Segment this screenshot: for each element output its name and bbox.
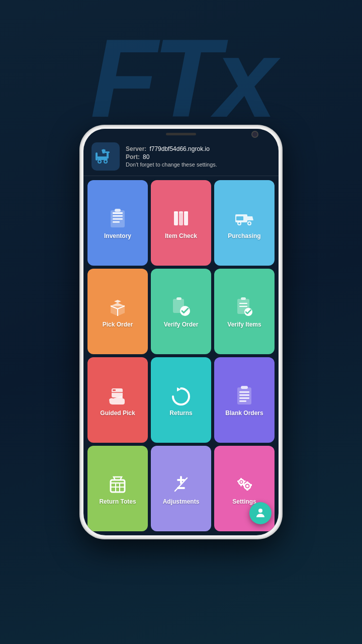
header-warning: Don't forget to change these settings. xyxy=(126,162,217,168)
svg-point-51 xyxy=(240,481,242,483)
svg-rect-30 xyxy=(176,297,182,300)
svg-rect-13 xyxy=(113,218,123,220)
server-value: f779dbf54d66.ngrok.io xyxy=(149,145,209,152)
tile-verify-items-label: Verify Items xyxy=(227,321,261,328)
svg-point-25 xyxy=(238,222,240,224)
svg-rect-41 xyxy=(239,391,249,393)
tile-adjustments[interactable]: Adjustments xyxy=(151,446,211,531)
svg-point-27 xyxy=(248,222,250,224)
clipboard-list-icon xyxy=(107,207,129,229)
tile-item-check-label: Item Check xyxy=(165,232,197,239)
tile-blank-orders-label: Blank Orders xyxy=(225,410,263,417)
tile-settings-label: Settings xyxy=(232,498,256,505)
box-outline-icon xyxy=(107,473,129,495)
svg-rect-61 xyxy=(244,480,246,482)
phone-top-bar xyxy=(83,129,279,137)
gears-icon xyxy=(233,473,255,495)
app-logo xyxy=(92,142,120,171)
svg-rect-42 xyxy=(239,394,249,396)
tile-verify-order[interactable]: Verify Order xyxy=(151,269,211,354)
svg-rect-44 xyxy=(239,400,246,402)
user-profile-fab[interactable] xyxy=(249,502,272,524)
svg-point-6 xyxy=(99,160,101,163)
svg-rect-17 xyxy=(174,211,178,225)
header-area: Server: f779dbf54d66.ngrok.io Port: 80 D… xyxy=(83,137,279,176)
books-icon xyxy=(170,207,192,229)
tile-verify-order-label: Verify Order xyxy=(164,321,199,328)
phone-screen: Server: f779dbf54d66.ngrok.io Port: 80 D… xyxy=(83,129,279,535)
port-row: Port: 80 xyxy=(126,153,217,160)
hand-box-icon xyxy=(107,384,129,407)
svg-rect-58 xyxy=(240,478,242,479)
port-value: 80 xyxy=(143,153,149,160)
port-label: Port: xyxy=(126,153,140,160)
svg-rect-34 xyxy=(239,303,247,304)
tile-returns[interactable]: Returns xyxy=(151,357,211,443)
tile-inventory[interactable]: Inventory xyxy=(87,180,148,266)
tile-purchasing[interactable]: Purchasing xyxy=(214,180,275,266)
truck-icon xyxy=(233,207,255,229)
svg-rect-45 xyxy=(111,480,125,492)
svg-rect-38 xyxy=(113,389,116,391)
svg-rect-33 xyxy=(241,297,246,300)
svg-rect-55 xyxy=(246,489,248,491)
box-open-icon xyxy=(107,296,129,318)
tile-pick-order-label: Pick Order xyxy=(103,321,133,328)
clipboard-check-circle-icon xyxy=(170,296,192,318)
phone-camera xyxy=(251,131,258,138)
tile-guided-pick[interactable]: Guided Pick xyxy=(87,357,148,443)
svg-point-7 xyxy=(105,160,107,163)
svg-rect-39 xyxy=(237,387,251,405)
svg-rect-9 xyxy=(105,151,110,153)
svg-rect-22 xyxy=(184,211,188,213)
background-logo: FTx xyxy=(90,15,272,142)
svg-rect-2 xyxy=(96,152,98,160)
tile-return-totes[interactable]: Return Totes xyxy=(87,446,148,531)
tile-return-totes-label: Return Totes xyxy=(99,498,136,505)
svg-rect-11 xyxy=(115,209,121,212)
server-label: Server: xyxy=(126,145,146,152)
phone-frame: Server: f779dbf54d66.ngrok.io Port: 80 D… xyxy=(80,126,282,538)
svg-rect-28 xyxy=(236,216,243,220)
tile-blank-orders[interactable]: Blank Orders xyxy=(214,357,275,443)
svg-rect-43 xyxy=(239,397,249,399)
svg-rect-57 xyxy=(250,484,252,486)
svg-rect-19 xyxy=(184,211,188,225)
phone-speaker xyxy=(166,133,196,135)
server-row: Server: f779dbf54d66.ngrok.io xyxy=(126,145,217,152)
tile-inventory-label: Inventory xyxy=(104,232,131,239)
header-info: Server: f779dbf54d66.ngrok.io Port: 80 D… xyxy=(126,145,217,168)
svg-rect-21 xyxy=(179,211,183,213)
app-grid: Inventory Item Check xyxy=(83,176,279,535)
tile-purchasing-label: Purchasing xyxy=(228,232,260,239)
svg-rect-59 xyxy=(240,485,242,487)
svg-point-53 xyxy=(246,485,249,488)
tile-item-check[interactable]: Item Check xyxy=(151,180,211,266)
svg-rect-56 xyxy=(243,484,244,486)
clipboard-check-icon xyxy=(233,296,255,318)
svg-rect-54 xyxy=(246,481,248,483)
tile-guided-pick-label: Guided Pick xyxy=(100,410,135,417)
refresh-icon xyxy=(170,384,192,407)
svg-rect-40 xyxy=(241,386,248,389)
svg-rect-60 xyxy=(237,480,239,482)
clipboard-lines-icon xyxy=(233,384,255,407)
plus-minus-icon xyxy=(170,473,192,495)
person-icon xyxy=(254,507,266,519)
svg-rect-16 xyxy=(113,212,123,214)
tile-adjustments-label: Adjustments xyxy=(163,498,200,505)
svg-rect-35 xyxy=(239,306,247,307)
svg-point-62 xyxy=(258,509,262,513)
tile-pick-order[interactable]: Pick Order xyxy=(87,269,148,354)
tile-returns-label: Returns xyxy=(169,410,192,417)
svg-rect-20 xyxy=(174,211,178,213)
tile-verify-items[interactable]: Verify Items xyxy=(214,269,275,354)
svg-rect-14 xyxy=(113,221,120,223)
svg-rect-12 xyxy=(113,215,123,217)
svg-rect-18 xyxy=(179,211,183,225)
